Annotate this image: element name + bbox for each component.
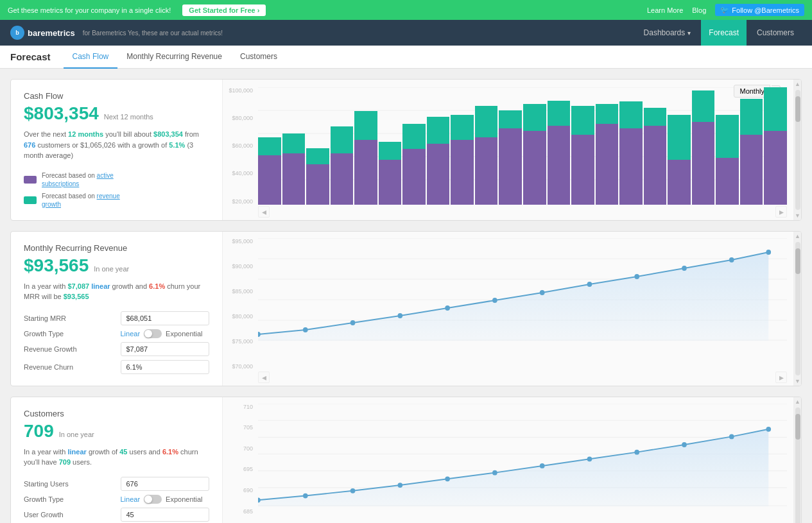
growth-type-label: Growth Type (24, 329, 113, 338)
blog-link[interactable]: Blog (692, 6, 706, 14)
cash-flow-card: Cash Flow $803,354 Next 12 months Over t… (10, 79, 802, 221)
revenue-growth-label: Revenue Growth (24, 342, 113, 356)
subnav-customers[interactable]: Customers (231, 46, 286, 69)
mrr-left: Monthly Recurring Revenue $93,565 In one… (11, 232, 223, 386)
y-label-2: $60,000 (223, 142, 253, 149)
revenue-growth-input[interactable] (121, 342, 210, 356)
page-title: Forecast (10, 51, 51, 62)
mrr-area (258, 252, 768, 341)
bar-purple-9 (475, 137, 498, 205)
customers-chart: 710 705 700 695 690 685 680 (223, 397, 793, 524)
starting-users-label: Starting Users (24, 477, 113, 491)
sub-nav: Forecast Cash Flow Monthly Recurring Rev… (0, 46, 812, 69)
revenue-churn-input[interactable] (121, 360, 210, 374)
customers-desc: In a year with linear growth of 45 users… (24, 447, 209, 468)
legend-box-purple (24, 176, 37, 184)
cash-flow-desc: Over the next 12 months you'll bill abou… (24, 129, 209, 161)
scroll-track[interactable] (795, 90, 800, 210)
bar-group-6 (402, 87, 426, 205)
legend-item-growth: Forecast based on revenuegrowth (24, 192, 209, 209)
bar-teal-2 (306, 148, 329, 164)
cust-area (258, 429, 768, 506)
active-subscriptions-link[interactable]: activesubscriptions (42, 172, 114, 187)
growth-type-toggle-area: Linear Exponential (121, 329, 210, 338)
growth-type-linear: Linear (121, 330, 141, 338)
bar-purple-10 (499, 128, 522, 205)
bar-purple-6 (402, 149, 426, 205)
bar-purple-2 (306, 164, 329, 205)
mrr-scroll-left[interactable]: ◂ (258, 372, 270, 383)
nav-link-dashboards[interactable]: Dashboards (636, 20, 699, 46)
mrr-scroll-down[interactable]: ▼ (795, 378, 800, 384)
learn-more-link[interactable]: Learn More (647, 6, 683, 14)
chart-scroll-right[interactable]: ▸ (775, 206, 787, 218)
bar-purple-17 (668, 160, 691, 205)
mrr-dot-1 (303, 327, 308, 332)
mrr-scroll-up[interactable]: ▲ (795, 233, 800, 239)
bar-group-11 (523, 87, 546, 205)
bar-teal-21 (764, 87, 787, 131)
bar-teal-16 (644, 108, 667, 126)
promo-right: Learn More Blog 🐦 Follow @Baremetrics (647, 4, 804, 16)
cash-flow-scrollbar[interactable]: ▲ ▼ (793, 80, 801, 220)
customers-value: 709 (24, 421, 54, 442)
mrr-scroll-right[interactable]: ▸ (775, 372, 787, 383)
subnav-mrr[interactable]: Monthly Recurring Revenue (117, 46, 231, 69)
bar-teal-4 (354, 111, 377, 140)
user-growth-input[interactable] (121, 508, 210, 522)
bar-purple-11 (523, 131, 546, 205)
starting-users-input[interactable] (121, 477, 210, 491)
nav-link-forecast[interactable]: Forecast (701, 20, 747, 46)
nav-link-customers[interactable]: Customers (749, 20, 802, 46)
bar-group-3 (331, 87, 354, 205)
cash-flow-value-sub: Next 12 months (104, 113, 153, 121)
mrr-title: Monthly Recurring Revenue (24, 243, 209, 253)
customers-chart-area: 710 705 700 695 690 685 680 (223, 397, 801, 524)
mrr-scroll-controls: ◂ ▸ (258, 372, 787, 383)
bar-teal-19 (716, 115, 739, 158)
customers-card: Customers 709 In one year In a year with… (10, 397, 802, 524)
logo-area: b baremetrics for Baremetrics Yes, these… (10, 26, 223, 40)
cust-growth-type-linear: Linear (121, 495, 141, 503)
cust-y-0: 710 (223, 404, 253, 410)
cust-scroll-track[interactable] (795, 407, 800, 524)
cust-y-axis: 710 705 700 695 690 685 680 (223, 404, 256, 524)
mrr-dot-4 (445, 305, 450, 311)
bar-teal-13 (571, 106, 594, 135)
chart-scroll-left[interactable]: ◂ (258, 206, 270, 218)
starting-mrr-label: Starting MRR (24, 311, 113, 325)
mrr-scroll-track[interactable] (795, 242, 800, 375)
bar-purple-4 (354, 140, 377, 205)
customers-inner: Customers 709 In one year In a year with… (11, 397, 801, 524)
mrr-y-4: $75,000 (223, 338, 253, 345)
bar-teal-7 (427, 117, 450, 144)
starting-mrr-input[interactable] (121, 311, 210, 325)
cust-scroll-up[interactable]: ▲ (795, 399, 800, 405)
get-started-button[interactable]: Get Started for Free › (182, 4, 266, 16)
mrr-y-axis: $95,000 $90,000 $85,000 $80,000 $75,000 … (223, 238, 256, 370)
twitter-button[interactable]: 🐦 Follow @Baremetrics (715, 4, 804, 16)
scroll-up-arrow[interactable]: ▲ (795, 81, 800, 87)
revenue-growth-link[interactable]: revenuegrowth (42, 193, 120, 208)
scroll-down-arrow[interactable]: ▼ (795, 212, 800, 219)
mrr-scrollbar[interactable]: ▲ ▼ (793, 232, 801, 386)
logo: b baremetrics (10, 26, 75, 40)
legend-item-subscriptions: Forecast based on activesubscriptions (24, 171, 209, 188)
customers-scrollbar[interactable]: ▲ ▼ (793, 397, 801, 524)
cust-growth-type-toggle[interactable] (144, 495, 162, 504)
bar-purple-3 (331, 153, 354, 205)
cash-flow-title: Cash Flow (24, 91, 209, 101)
bar-group-0 (258, 87, 281, 205)
bar-purple-1 (282, 153, 306, 205)
twitter-icon: 🐦 (720, 6, 729, 14)
bar-teal-15 (619, 101, 643, 128)
bar-teal-8 (451, 115, 474, 140)
mrr-inner: Monthly Recurring Revenue $93,565 In one… (11, 232, 801, 386)
growth-type-toggle[interactable] (144, 329, 162, 338)
y-label-4: $20,000 (223, 198, 253, 205)
subnav-cash-flow[interactable]: Cash Flow (64, 46, 118, 69)
bar-teal-12 (548, 101, 571, 126)
bar-purple-20 (740, 135, 763, 205)
y-axis-labels: $100,000 $80,000 $60,000 $40,000 $20,000 (223, 87, 256, 205)
bar-group-12 (548, 87, 571, 205)
